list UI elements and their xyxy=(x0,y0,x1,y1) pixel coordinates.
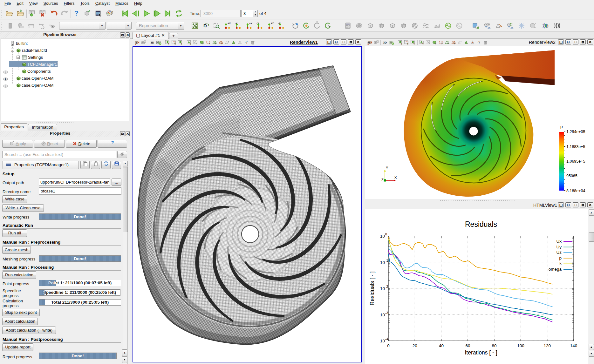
svg-text:k: k xyxy=(559,261,562,266)
svg-text:10: 10 xyxy=(380,260,385,265)
svg-text:Uz: Uz xyxy=(556,250,562,255)
svg-text:8.188e+04: 8.188e+04 xyxy=(566,189,585,193)
svg-text:1.0695e+5: 1.0695e+5 xyxy=(566,159,585,164)
svg-text:Y: Y xyxy=(386,166,388,170)
svg-text:3D: 3D xyxy=(383,41,387,44)
svg-text:p: p xyxy=(559,256,562,260)
svg-text:40: 40 xyxy=(439,343,444,348)
svg-text:3D: 3D xyxy=(150,41,154,44)
svg-text:0: 0 xyxy=(387,343,390,348)
svg-text:?: ? xyxy=(111,140,114,145)
svg-text:-1: -1 xyxy=(385,259,388,262)
svg-text:80: 80 xyxy=(492,343,497,348)
svg-text:Ux: Ux xyxy=(556,239,562,244)
svg-text:+X: +X xyxy=(228,22,231,25)
svg-text:-Y: -Y xyxy=(256,22,259,25)
svg-text:+Z: +Z xyxy=(271,22,274,25)
svg-text:1.1883e+5: 1.1883e+5 xyxy=(566,145,585,149)
svg-text:0: 0 xyxy=(385,232,387,236)
svg-text:60: 60 xyxy=(465,343,470,348)
svg-text:100: 100 xyxy=(517,343,524,348)
svg-text:-Z: -Z xyxy=(278,22,281,25)
svg-text:p: p xyxy=(560,124,563,129)
svg-text:10: 10 xyxy=(380,313,385,317)
svg-text:-X: -X xyxy=(235,22,238,25)
svg-text:omega: omega xyxy=(549,267,562,272)
svg-text:20: 20 xyxy=(413,343,417,348)
svg-text:-3: -3 xyxy=(385,311,388,315)
svg-text:Residuals [ - ]: Residuals [ - ] xyxy=(369,272,375,306)
svg-text:-4: -4 xyxy=(385,337,388,341)
svg-text:+Y: +Y xyxy=(249,22,253,25)
svg-text:120: 120 xyxy=(543,343,551,348)
svg-text:-2: -2 xyxy=(385,285,388,288)
svg-text:1.294e+05: 1.294e+05 xyxy=(566,130,585,134)
svg-text:Z: Z xyxy=(381,178,384,182)
svg-text:140: 140 xyxy=(570,343,577,348)
svg-text:95065: 95065 xyxy=(566,174,577,178)
svg-text:?: ? xyxy=(74,9,79,17)
svg-text:·?: ·? xyxy=(477,41,480,44)
svg-text:Uy: Uy xyxy=(556,245,562,249)
svg-text:·?: ·? xyxy=(245,41,248,44)
svg-text:10: 10 xyxy=(380,286,385,291)
svg-text:10: 10 xyxy=(380,234,385,239)
svg-text:X: X xyxy=(394,176,397,179)
svg-text:Iterations [ - ]: Iterations [ - ] xyxy=(465,349,497,356)
svg-text:Residuals: Residuals xyxy=(465,220,497,228)
svg-text:10: 10 xyxy=(380,339,385,343)
